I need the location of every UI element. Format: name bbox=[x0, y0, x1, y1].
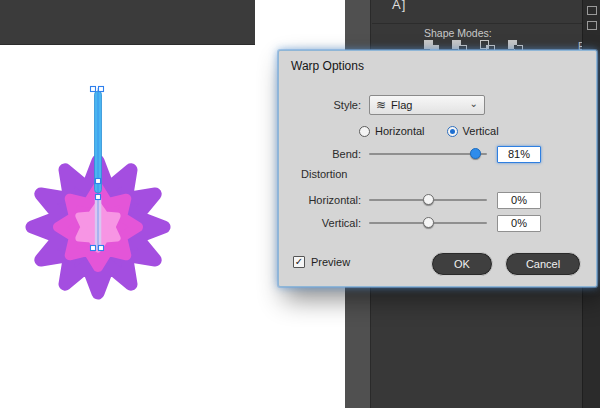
warped-flower-artwork bbox=[18, 84, 188, 314]
radio-circle-icon bbox=[359, 126, 370, 137]
vertical-slider-track[interactable] bbox=[369, 222, 487, 224]
type-panel-icon: A] bbox=[392, 0, 406, 12]
orientation-group: Horizontal Vertical bbox=[279, 125, 499, 137]
bend-value-field[interactable]: 81% bbox=[497, 146, 541, 163]
horizontal-slider-handle[interactable] bbox=[423, 194, 434, 205]
vertical-radio-label: Vertical bbox=[463, 125, 499, 137]
bend-slider-track[interactable] bbox=[369, 153, 487, 155]
pathfinder-panel: A] Shape Modes: Expand bbox=[372, 0, 600, 52]
distortion-vertical-label: Vertical: bbox=[279, 217, 369, 229]
anchor-handle[interactable] bbox=[99, 246, 104, 251]
panel-tab-icon[interactable] bbox=[587, 21, 597, 30]
dialog-title: Warp Options bbox=[291, 59, 364, 73]
horizontal-radio-label: Horizontal bbox=[375, 125, 425, 137]
bend-label: Bend: bbox=[279, 148, 369, 160]
top-toolbar-strip bbox=[0, 0, 255, 45]
anchor-handle[interactable] bbox=[96, 195, 101, 200]
panel-divider bbox=[372, 23, 600, 24]
horizontal-value-field[interactable]: 0% bbox=[497, 192, 541, 209]
panel-tab-icon[interactable] bbox=[587, 6, 597, 15]
style-value: Flag bbox=[391, 99, 465, 111]
vertical-radio[interactable]: Vertical bbox=[447, 125, 499, 137]
vertical-slider-handle[interactable] bbox=[423, 217, 434, 228]
horizontal-radio[interactable]: Horizontal bbox=[359, 125, 425, 137]
chevron-down-icon: ⌄ bbox=[470, 98, 478, 109]
preview-checkbox-row[interactable]: ✓ Preview bbox=[293, 256, 350, 268]
warp-options-dialog: Warp Options Style: ≋ Flag ⌄ Horizontal … bbox=[278, 50, 597, 287]
distortion-horizontal-label: Horizontal: bbox=[279, 194, 369, 206]
vertical-value-field[interactable]: 0% bbox=[497, 215, 541, 232]
cancel-button[interactable]: Cancel bbox=[505, 252, 581, 276]
ok-button[interactable]: OK bbox=[431, 252, 493, 276]
anchor-handle[interactable] bbox=[99, 87, 104, 92]
distortion-heading: Distortion bbox=[301, 168, 347, 180]
anchor-handle[interactable] bbox=[96, 179, 101, 184]
shape-modes-label: Shape Modes: bbox=[424, 27, 492, 39]
style-label: Style: bbox=[279, 99, 369, 111]
horizontal-slider-track[interactable] bbox=[369, 199, 487, 201]
anchor-handle[interactable] bbox=[91, 87, 96, 92]
anchor-handle[interactable] bbox=[91, 246, 96, 251]
bend-slider-handle[interactable] bbox=[470, 148, 481, 159]
flag-style-icon: ≋ bbox=[376, 99, 386, 111]
style-dropdown[interactable]: ≋ Flag ⌄ bbox=[369, 95, 485, 115]
preview-label: Preview bbox=[311, 256, 350, 268]
radio-circle-selected-icon bbox=[447, 126, 458, 137]
illustrator-window: A] Shape Modes: Expand bbox=[0, 0, 600, 408]
checkbox-checked-icon[interactable]: ✓ bbox=[293, 256, 305, 268]
